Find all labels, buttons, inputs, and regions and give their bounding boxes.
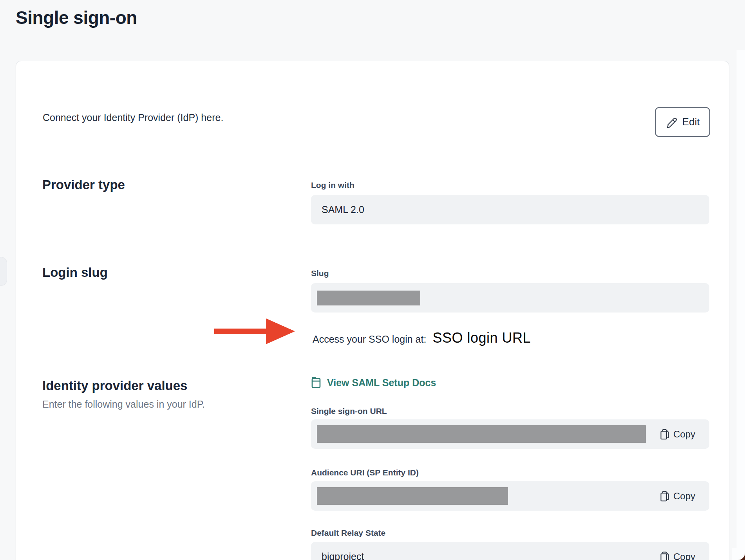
sso-settings-card: Connect your Identity Provider (IdP) her…: [16, 61, 729, 560]
default-relay-state-value: bigproject: [311, 551, 364, 560]
redacted-sso-url-value: [317, 425, 646, 443]
sso-login-note: Access your SSO login at: SSO login URL: [313, 330, 531, 346]
copy-icon: [660, 551, 670, 560]
page-title: Single sign-on: [16, 7, 137, 28]
pencil-icon: [665, 116, 677, 128]
scrollbar-track[interactable]: [736, 50, 745, 560]
slug-label: Slug: [311, 269, 329, 278]
annotation-arrow-icon: [266, 318, 295, 344]
idp-values-heading: Identity provider values: [42, 378, 187, 393]
idp-values-subheading: Enter the following values in your IdP.: [42, 399, 205, 410]
copy-icon: [660, 428, 670, 440]
slug-field: [311, 283, 709, 313]
redacted-audience-uri-value: [317, 487, 508, 505]
default-relay-state-label: Default Relay State: [311, 528, 385, 538]
audience-uri-label: Audience URI (SP Entity ID): [311, 468, 419, 477]
sso-note-prefix: Access your SSO login at:: [313, 334, 426, 345]
provider-type-heading: Provider type: [42, 177, 125, 192]
copy-button-label: Copy: [673, 491, 695, 502]
default-relay-state-field: bigproject Copy: [311, 542, 709, 560]
copy-icon: [660, 490, 670, 502]
copy-sso-url-button[interactable]: Copy: [660, 428, 695, 440]
copy-button-label: Copy: [673, 551, 695, 560]
copy-button-label: Copy: [673, 429, 695, 440]
annotation-arrow-shaft: [214, 329, 268, 334]
sso-note-highlight: SSO login URL: [432, 330, 531, 346]
sidebar-edge-tab[interactable]: [0, 257, 7, 286]
intro-text: Connect your Identity Provider (IdP) her…: [43, 112, 223, 123]
login-with-value: SAML 2.0: [311, 204, 364, 215]
document-icon: [311, 377, 322, 388]
sso-url-label: Single sign-on URL: [311, 406, 387, 416]
login-with-field: SAML 2.0: [311, 195, 709, 224]
edit-button[interactable]: Edit: [655, 107, 710, 137]
redacted-slug-value: [317, 291, 420, 305]
sso-url-field: Copy: [311, 419, 709, 449]
login-slug-heading: Login slug: [42, 265, 108, 280]
audience-uri-field: Copy: [311, 481, 709, 511]
saml-docs-link-label: View SAML Setup Docs: [327, 377, 436, 388]
login-with-label: Log in with: [311, 181, 354, 190]
edit-button-label: Edit: [682, 116, 700, 128]
copy-audience-uri-button[interactable]: Copy: [660, 490, 695, 502]
saml-docs-link[interactable]: View SAML Setup Docs: [311, 377, 436, 388]
copy-relay-state-button[interactable]: Copy: [660, 551, 695, 560]
